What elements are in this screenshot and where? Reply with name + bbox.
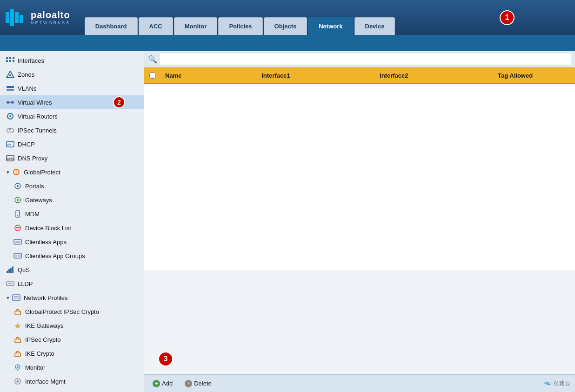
svg-rect-1: [10, 9, 14, 26]
main-layout: Interfaces Zones VLANs: [0, 51, 575, 392]
ipsec-crypto-icon: [13, 335, 22, 344]
sidebar-item-device-block-list[interactable]: Device Block List: [0, 221, 144, 235]
toolbar-right: 亿速云: [543, 379, 570, 387]
sidebar-item-vlans[interactable]: VLANs: [0, 81, 144, 95]
virtual-wires-icon: [6, 98, 15, 107]
sidebar-item-ike-crypto[interactable]: IKE Crypto: [0, 346, 144, 360]
monitor-icon: [13, 363, 22, 372]
tab-policies[interactable]: Policies: [218, 17, 262, 35]
svg-rect-30: [16, 211, 20, 217]
svg-rect-6: [9, 57, 11, 59]
sidebar-item-gp-ipsec-crypto[interactable]: GlobalProtect IPSec Crypto: [0, 305, 144, 319]
table-header: Name Interface1 Interface2 Tag Allowed: [144, 67, 575, 84]
sidebar-item-gateways[interactable]: Gateways: [0, 193, 144, 207]
svg-text:DNS: DNS: [7, 157, 14, 160]
sidebar-label-gp-ipsec-crypto: GlobalProtect IPSec Crypto: [25, 308, 99, 315]
select-all-checkbox[interactable]: [149, 73, 155, 79]
sidebar-label-ipsec-crypto: IPSec Crypto: [25, 336, 61, 343]
svg-rect-48: [15, 311, 20, 315]
svg-point-18: [9, 115, 11, 117]
portals-icon: [13, 181, 22, 191]
add-button[interactable]: + Add: [149, 379, 176, 389]
search-input[interactable]: [160, 53, 571, 65]
sidebar-item-mdm[interactable]: MDM: [0, 207, 144, 221]
svg-rect-40: [8, 269, 10, 273]
interfaces-icon: [6, 56, 15, 65]
expand-arrow-globalprotect: ▼: [6, 170, 10, 175]
search-bar: 🔍: [144, 51, 575, 67]
svg-rect-38: [18, 255, 20, 257]
sidebar-item-clientless-app-groups[interactable]: Clientless App Groups: [0, 249, 144, 263]
tab-acc[interactable]: ACC: [139, 17, 173, 35]
svg-rect-8: [13, 57, 14, 59]
sidebar-label-ike-crypto: IKE Crypto: [25, 350, 54, 357]
sidebar-label-interface-mgmt: Interface Mgmt: [25, 378, 66, 385]
svg-rect-2: [15, 12, 19, 23]
sidebar-item-network-profiles[interactable]: ▼ Network Profiles: [0, 291, 144, 305]
sidebar-item-ipsec-crypto[interactable]: IPSec Crypto: [0, 332, 144, 346]
svg-rect-13: [7, 89, 14, 91]
svg-rect-0: [6, 12, 9, 23]
sidebar-item-dns-proxy[interactable]: DNS DNS Proxy: [0, 151, 144, 165]
clientless-app-groups-icon: [13, 251, 22, 260]
sidebar-item-interface-mgmt[interactable]: Interface Mgmt: [0, 374, 144, 388]
logo-brand: paloalto: [31, 10, 71, 20]
sidebar-item-portals[interactable]: Portals: [0, 179, 144, 193]
svg-rect-4: [6, 57, 8, 59]
logo-area: paloalto NETWORKS®: [5, 7, 71, 28]
header: paloalto NETWORKS® Dashboard ACC Monitor…: [0, 0, 575, 35]
svg-rect-12: [7, 86, 14, 88]
col-header-tag-allowed: Tag Allowed: [493, 72, 575, 79]
tab-objects[interactable]: Objects: [264, 17, 308, 35]
svg-point-15: [11, 101, 14, 104]
svg-marker-49: [14, 323, 21, 329]
sidebar-item-zone-protection[interactable]: Zone Protection: [0, 388, 144, 392]
sidebar-item-dhcp[interactable]: IP DHCP: [0, 137, 144, 151]
interface-mgmt-icon: [13, 377, 22, 386]
ike-gateways-icon: [13, 321, 22, 330]
search-icon: 🔍: [148, 55, 157, 64]
logo-networks: NETWORKS®: [31, 20, 71, 25]
sidebar-item-zones[interactable]: Zones: [0, 67, 144, 81]
svg-point-14: [7, 101, 9, 104]
sidebar-item-ipsec-tunnels[interactable]: IPSec Tunnels: [0, 123, 144, 137]
tab-network[interactable]: Network: [308, 17, 353, 35]
sidebar-item-globalprotect[interactable]: ▼ GlobalProtect: [0, 165, 144, 179]
svg-rect-5: [6, 60, 8, 62]
col-header-interface2: Interface2: [375, 72, 493, 79]
gateways-icon: [13, 195, 22, 205]
delete-button[interactable]: - Delete: [181, 379, 215, 389]
svg-rect-45: [13, 295, 20, 300]
tab-dashboard[interactable]: Dashboard: [85, 17, 138, 35]
device-block-list-icon: [13, 223, 22, 233]
clientless-apps-icon: [13, 237, 22, 246]
svg-point-29: [17, 199, 19, 201]
header-checkbox-col: [144, 73, 160, 79]
sidebar: Interfaces Zones VLANs: [0, 51, 144, 392]
sidebar-item-virtual-routers[interactable]: Virtual Routers: [0, 109, 144, 123]
sidebar-item-lldp[interactable]: LLDP: [0, 277, 144, 291]
sidebar-label-clientless-apps: Clientless Apps: [25, 239, 67, 246]
sidebar-item-clientless-apps[interactable]: Clientless Apps: [0, 235, 144, 249]
sidebar-item-monitor[interactable]: Monitor: [0, 360, 144, 374]
sidebar-label-vlans: VLANs: [18, 85, 36, 92]
sidebar-label-network-profiles: Network Profiles: [24, 294, 68, 301]
svg-rect-7: [9, 60, 11, 62]
expand-arrow-network-profiles: ▼: [6, 295, 10, 300]
svg-rect-50: [15, 339, 20, 343]
sidebar-item-interfaces[interactable]: Interfaces: [0, 53, 144, 67]
sidebar-label-virtual-routers: Virtual Routers: [18, 113, 58, 120]
sidebar-item-virtual-wires[interactable]: Virtual Wires 2: [0, 95, 144, 109]
sidebar-label-globalprotect: GlobalProtect: [24, 169, 60, 176]
table-body: [144, 84, 575, 270]
sidebar-item-ike-gateways[interactable]: IKE Gateways: [0, 319, 144, 332]
dns-proxy-icon: DNS: [6, 153, 15, 163]
tab-monitor[interactable]: Monitor: [174, 17, 218, 35]
sidebar-label-ipsec-tunnels: IPSec Tunnels: [18, 127, 57, 134]
lldp-icon: [6, 279, 15, 288]
sidebar-item-qos[interactable]: QoS: [0, 263, 144, 277]
tab-device[interactable]: Device: [354, 17, 395, 35]
sidebar-label-mdm: MDM: [25, 211, 40, 218]
sidebar-label-zones: Zones: [18, 71, 34, 78]
svg-text:IP: IP: [7, 143, 11, 147]
